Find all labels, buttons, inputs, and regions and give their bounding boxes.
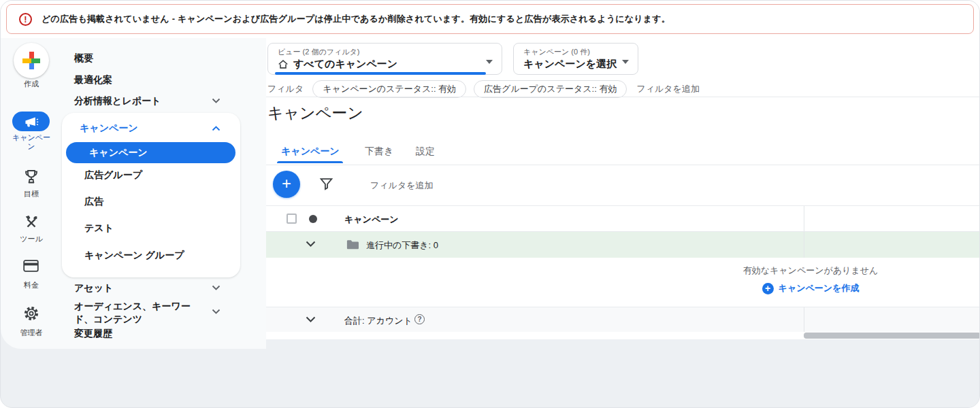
create-campaign-label: キャンペーンを作成 bbox=[779, 282, 860, 294]
empty-state-message: 有効なキャンペーンがありません bbox=[708, 265, 913, 277]
chevron-down-icon[interactable] bbox=[212, 309, 220, 315]
column-divider bbox=[804, 206, 804, 231]
filter-funnel-icon[interactable] bbox=[319, 177, 333, 191]
plus-circle-icon: + bbox=[762, 283, 774, 294]
sidebar-item-campaign-groups[interactable]: キャンペーン グループ bbox=[84, 250, 184, 262]
create-button[interactable] bbox=[14, 43, 49, 78]
plus-create-icon bbox=[22, 52, 40, 69]
dropdown-caret-icon bbox=[622, 60, 629, 64]
filter-chip-adgroup-status[interactable]: 広告グループのステータス:: 有効 bbox=[474, 80, 627, 98]
chevron-up-icon[interactable] bbox=[212, 125, 220, 131]
toolbar-add-filter[interactable]: フィルタを追加 bbox=[370, 180, 434, 192]
column-divider bbox=[804, 232, 804, 258]
rail-item-admin-label: 管理者 bbox=[1, 328, 62, 338]
tools-icon[interactable] bbox=[23, 214, 39, 230]
add-campaign-button[interactable]: + bbox=[273, 171, 300, 198]
horizontal-scrollbar-track bbox=[266, 332, 980, 339]
table-row-drafts[interactable]: 進行中の下書き: 0 bbox=[266, 232, 980, 258]
filter-bar: フィルタ キャンペーンのステータス:: 有効 広告グループのステータス:: 有効… bbox=[267, 80, 700, 98]
table-header-row: キャンペーン bbox=[266, 206, 980, 232]
column-header-campaign: キャンペーン bbox=[344, 214, 399, 226]
chevron-down-icon[interactable] bbox=[212, 285, 220, 291]
sidebar-item-campaigns-label: キャンペーン bbox=[89, 147, 148, 159]
filter-chip-campaign-status[interactable]: キャンペーンのステータス:: 有効 bbox=[312, 80, 466, 98]
total-row-label: 合計: アカウント bbox=[344, 315, 412, 327]
megaphone-icon bbox=[24, 116, 39, 128]
help-question-icon[interactable]: ? bbox=[414, 314, 425, 324]
select-all-checkbox[interactable] bbox=[287, 214, 297, 224]
error-exclamation-icon: ! bbox=[19, 13, 32, 26]
divider bbox=[266, 97, 980, 97]
view-selector-label: ビュー (2 個のフィルタ) bbox=[278, 47, 359, 57]
sidebar-item-change-history[interactable]: 変更履歴 bbox=[74, 328, 112, 340]
sidebar-item-assets[interactable]: アセット bbox=[74, 282, 113, 294]
main-content: ビュー (2 個のフィルタ) すべてのキャンペーン キャンペーン (0 件) キ… bbox=[266, 38, 980, 408]
table-row-total[interactable]: 合計: アカウント ? bbox=[266, 307, 980, 333]
rail-item-create-label: 作成 bbox=[1, 79, 62, 89]
divider bbox=[266, 165, 980, 165]
tab-settings[interactable]: 設定 bbox=[416, 146, 435, 158]
rail-item-goals-label: 目標 bbox=[1, 189, 62, 199]
sidebar-section-campaigns[interactable]: キャンペーン bbox=[80, 122, 138, 135]
billing-card-icon[interactable] bbox=[23, 260, 39, 272]
active-tab-underline bbox=[277, 161, 343, 163]
sidebar-item-ads[interactable]: 広告 bbox=[84, 196, 103, 208]
chevron-down-icon[interactable] bbox=[212, 98, 220, 104]
no-ads-alert-banner: ! どの広告も掲載されていません - キャンペーンおよび広告グループは停止中であ… bbox=[6, 4, 974, 34]
alert-message: どの広告も掲載されていません - キャンペーンおよび広告グループは停止中であるか… bbox=[42, 13, 670, 25]
page-background bbox=[266, 339, 980, 408]
view-selector-dropdown[interactable]: ビュー (2 個のフィルタ) すべてのキャンペーン bbox=[267, 43, 502, 75]
rail-item-campaigns-label: キャンペーン bbox=[10, 133, 53, 151]
gear-icon[interactable] bbox=[23, 305, 39, 322]
view-selector-focus-underline bbox=[275, 72, 486, 75]
chevron-down-icon[interactable] bbox=[306, 241, 316, 248]
rail-item-tools-label: ツール bbox=[1, 234, 62, 244]
view-selector-value: すべてのキャンペーン bbox=[293, 58, 397, 71]
sidebar-item-recommendations[interactable]: 最適化案 bbox=[74, 74, 112, 86]
app-rail: 作成 キャンペーン 目標 ツール 料金 bbox=[1, 38, 62, 371]
sidebar-item-audiences[interactable]: オーディエンス、キーワード、コンテンツ bbox=[74, 300, 194, 326]
sidebar-item-experiments[interactable]: テスト bbox=[84, 222, 114, 235]
campaigns-section-card: キャンペーン キャンペーン 広告グループ 広告 テスト キャンペーン グループ bbox=[62, 113, 240, 277]
page-title: キャンペーン bbox=[267, 103, 363, 124]
campaign-selector-value: キャンペーンを選択 bbox=[523, 58, 617, 71]
status-dot-icon[interactable] bbox=[309, 215, 317, 223]
trophy-icon[interactable] bbox=[23, 169, 39, 185]
filter-bar-label: フィルタ bbox=[267, 83, 304, 95]
sidebar-nav: 概要 最適化案 分析情報とレポート キャンペーン キャンペーン 広告グループ 広… bbox=[62, 38, 266, 371]
rail-item-campaigns[interactable] bbox=[12, 112, 50, 131]
folder-icon bbox=[346, 239, 359, 250]
sidebar-item-campaigns-selected[interactable]: キャンペーン bbox=[66, 142, 235, 163]
sidebar-item-ad-groups[interactable]: 広告グループ bbox=[84, 169, 142, 182]
horizontal-scrollbar-thumb[interactable] bbox=[804, 333, 980, 339]
tab-drafts[interactable]: 下書き bbox=[365, 146, 393, 158]
sidebar-item-overview[interactable]: 概要 bbox=[74, 52, 93, 65]
sidebar-item-insights[interactable]: 分析情報とレポート bbox=[74, 95, 161, 107]
google-ads-window: ! どの広告も掲載されていません - キャンペーンおよび広告グループは停止中であ… bbox=[0, 0, 980, 408]
rail-item-billing-label: 料金 bbox=[1, 280, 62, 290]
column-divider bbox=[804, 307, 804, 332]
chevron-down-icon[interactable] bbox=[306, 316, 316, 323]
drafts-row-label: 進行中の下書き: 0 bbox=[366, 239, 438, 252]
create-campaign-link[interactable]: + キャンペーンを作成 bbox=[708, 282, 913, 294]
tab-campaigns[interactable]: キャンペーン bbox=[281, 146, 340, 158]
dropdown-caret-icon bbox=[486, 60, 493, 64]
campaign-selector-label: キャンペーン (0 件) bbox=[523, 47, 590, 57]
campaign-selector-dropdown[interactable]: キャンペーン (0 件) キャンペーンを選択 bbox=[513, 43, 638, 75]
add-filter-link[interactable]: フィルタを追加 bbox=[636, 83, 700, 95]
home-icon bbox=[278, 59, 289, 69]
